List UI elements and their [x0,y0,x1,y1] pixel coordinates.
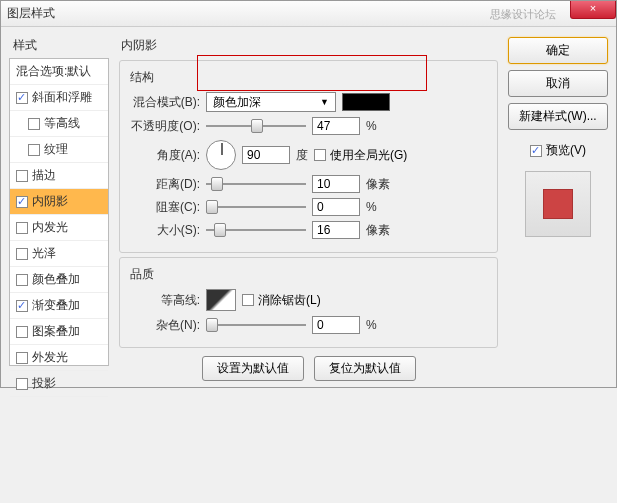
settings-panel: 内阴影 结构 混合模式(B): 颜色加深 ▼ 不透明度(O): 47 % [117,35,500,377]
distance-input[interactable]: 10 [312,175,360,193]
style-label: 渐变叠加 [32,297,80,314]
global-light-checkbox[interactable] [314,149,326,161]
style-item[interactable]: 图案叠加 [10,319,108,345]
opacity-unit: % [366,119,377,133]
blend-mode-value: 颜色加深 [213,94,261,111]
style-label: 斜面和浮雕 [32,89,92,106]
style-label: 纹理 [44,141,68,158]
preview-label: 预览(V) [546,142,586,159]
style-label: 图案叠加 [32,323,80,340]
ok-button[interactable]: 确定 [508,37,608,64]
style-checkbox[interactable] [16,378,28,390]
watermark: 思缘设计论坛 [490,7,556,22]
style-checkbox[interactable] [16,326,28,338]
style-checkbox[interactable] [16,170,28,182]
structure-title: 结构 [130,69,487,86]
noise-input[interactable]: 0 [312,316,360,334]
style-checkbox[interactable] [16,352,28,364]
preview-swatch [543,189,573,219]
opacity-slider[interactable] [206,118,306,134]
choke-unit: % [366,200,377,214]
panel-title: 内阴影 [117,35,500,56]
distance-slider[interactable] [206,176,306,192]
size-label: 大小(S): [130,222,200,239]
style-checkbox[interactable] [16,300,28,312]
blend-mode-dropdown[interactable]: 颜色加深 ▼ [206,92,336,112]
style-checkbox[interactable] [16,274,28,286]
noise-unit: % [366,318,377,332]
cancel-button[interactable]: 取消 [508,70,608,97]
style-label: 光泽 [32,245,56,262]
styles-list: 混合选项:默认斜面和浮雕等高线纹理描边内阴影内发光光泽颜色叠加渐变叠加图案叠加外… [9,58,109,366]
choke-slider[interactable] [206,199,306,215]
style-checkbox[interactable] [28,144,40,156]
style-checkbox[interactable] [16,196,28,208]
choke-input[interactable]: 0 [312,198,360,216]
opacity-label: 不透明度(O): [130,118,200,135]
size-slider[interactable] [206,222,306,238]
antialias-label: 消除锯齿(L) [258,292,321,309]
structure-group: 结构 混合模式(B): 颜色加深 ▼ 不透明度(O): 47 % 角度(A [119,60,498,253]
noise-label: 杂色(N): [130,317,200,334]
style-item[interactable]: 投影 [10,371,108,397]
style-label: 外发光 [32,349,68,366]
style-checkbox[interactable] [28,118,40,130]
style-label: 投影 [32,375,56,392]
style-checkbox[interactable] [16,222,28,234]
style-item[interactable]: 纹理 [10,137,108,163]
style-checkbox[interactable] [16,92,28,104]
angle-label: 角度(A): [130,147,200,164]
antialias-checkbox[interactable] [242,294,254,306]
reset-default-button[interactable]: 复位为默认值 [314,356,416,381]
style-item[interactable]: 等高线 [10,111,108,137]
shadow-color-swatch[interactable] [342,93,390,111]
global-light-label: 使用全局光(G) [330,147,407,164]
make-default-button[interactable]: 设置为默认值 [202,356,304,381]
noise-slider[interactable] [206,317,306,333]
style-label: 内阴影 [32,193,68,210]
preview-box [525,171,591,237]
actions-panel: 确定 取消 新建样式(W)... 预览(V) [508,35,608,377]
style-item[interactable]: 内阴影 [10,189,108,215]
style-item[interactable]: 内发光 [10,215,108,241]
style-item[interactable]: 描边 [10,163,108,189]
style-item[interactable]: 斜面和浮雕 [10,85,108,111]
quality-group: 品质 等高线: 消除锯齿(L) 杂色(N): 0 % [119,257,498,348]
contour-picker[interactable] [206,289,236,311]
choke-label: 阻塞(C): [130,199,200,216]
contour-label: 等高线: [130,292,200,309]
chevron-down-icon: ▼ [320,97,329,107]
size-unit: 像素 [366,222,390,239]
distance-unit: 像素 [366,176,390,193]
size-input[interactable]: 16 [312,221,360,239]
angle-unit: 度 [296,147,308,164]
close-button[interactable]: × [570,1,616,19]
style-item[interactable]: 渐变叠加 [10,293,108,319]
style-label: 颜色叠加 [32,271,80,288]
style-item[interactable]: 光泽 [10,241,108,267]
style-item[interactable]: 外发光 [10,345,108,371]
style-item[interactable]: 混合选项:默认 [10,59,108,85]
style-item[interactable]: 颜色叠加 [10,267,108,293]
window-title: 图层样式 [7,5,55,22]
styles-panel: 样式 混合选项:默认斜面和浮雕等高线纹理描边内阴影内发光光泽颜色叠加渐变叠加图案… [9,35,109,377]
blend-mode-label: 混合模式(B): [130,94,200,111]
opacity-input[interactable]: 47 [312,117,360,135]
style-label: 内发光 [32,219,68,236]
new-style-button[interactable]: 新建样式(W)... [508,103,608,130]
styles-header: 样式 [9,35,109,56]
layer-style-dialog: 图层样式 思缘设计论坛 × 样式 混合选项:默认斜面和浮雕等高线纹理描边内阴影内… [0,0,617,388]
titlebar: 图层样式 思缘设计论坛 × [1,1,616,27]
angle-input[interactable]: 90 [242,146,290,164]
quality-title: 品质 [130,266,487,283]
style-checkbox[interactable] [16,248,28,260]
style-label: 等高线 [44,115,80,132]
angle-dial[interactable] [206,140,236,170]
style-label: 混合选项:默认 [16,63,91,80]
style-label: 描边 [32,167,56,184]
preview-checkbox[interactable] [530,145,542,157]
distance-label: 距离(D): [130,176,200,193]
